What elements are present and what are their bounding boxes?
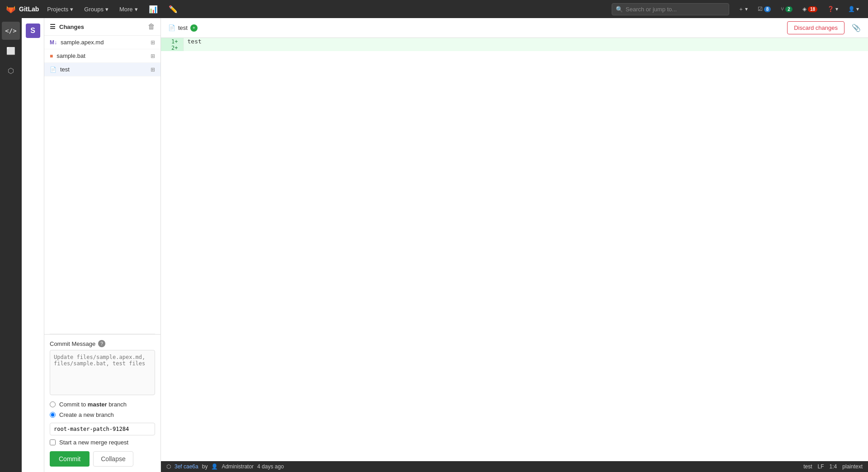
main-content: 📄 test + Discard changes 📎 1+ test 2+ — [161, 18, 868, 472]
issues-sidebar-icon: ⬜ — [6, 47, 15, 55]
author-avatar-icon: 👤 — [211, 463, 218, 470]
time-ago: 4 days ago — [257, 463, 284, 470]
apex-action-icon: ⊞ — [151, 39, 155, 46]
bat-filename: sample.bat — [57, 52, 85, 59]
changes-header: ☰ Changes 🗑 — [44, 18, 160, 36]
project-avatar[interactable]: S — [26, 24, 40, 38]
by-label: by — [202, 463, 208, 470]
status-mode: plaintext — [842, 463, 863, 470]
repository-icon: </> — [5, 27, 16, 34]
todos-icon: ☑ — [758, 6, 763, 12]
line-number-1: 1+ — [161, 38, 184, 45]
sidebar-item-issues[interactable]: ⬜ — [2, 42, 20, 60]
change-item-bat[interactable]: ■ sample.bat ⊞ — [44, 49, 160, 63]
status-bar: ⬡ 3ef cae6a by 👤 Administrator 4 days ag… — [161, 461, 868, 472]
file-tab: 📄 test + — [168, 24, 198, 32]
attach-icon[interactable]: 📎 — [852, 24, 861, 32]
editor-line-1: 1+ test — [161, 38, 868, 45]
create-new-branch-option[interactable]: Create a new branch — [50, 411, 155, 418]
changes-panel: ☰ Changes 🗑 M↓ sample.apex.md ⊞ ■ sample… — [44, 18, 161, 472]
delete-changes-btn[interactable]: 🗑 — [148, 23, 155, 31]
search-bar: 🔍 — [612, 3, 729, 15]
collapse-button[interactable]: Collapse — [93, 451, 133, 467]
help-btn[interactable]: ❓ ▾ — [824, 4, 842, 14]
user-menu-btn[interactable]: 👤 ▾ — [844, 4, 863, 14]
changes-list: M↓ sample.apex.md ⊞ ■ sample.bat ⊞ 📄 tes… — [44, 36, 160, 185]
icon-sidebar: </> ⬜ ⬡ — [0, 18, 22, 472]
merge-requests-btn[interactable]: ⑂ 2 — [777, 4, 796, 14]
commit-message-textarea[interactable] — [50, 350, 155, 395]
analytics-icon-btn[interactable]: 📊 — [144, 3, 162, 15]
merge-requests-icon: ⑂ — [781, 6, 784, 12]
nav-icon-group: ＋ ▾ ☑ 8 ⑂ 2 ◈ 18 ❓ ▾ 👤 ▾ — [735, 4, 863, 15]
change-item-apex[interactable]: M↓ sample.apex.md ⊞ — [44, 36, 160, 49]
editor-line-2: 2+ — [161, 45, 868, 51]
issues-icon: ◈ — [802, 6, 807, 12]
status-filename: test — [803, 463, 812, 470]
sidebar-item-commits[interactable]: ⬡ — [2, 61, 20, 80]
file-header: 📄 test + Discard changes 📎 — [161, 18, 868, 38]
status-position: 1:4 — [830, 463, 837, 470]
hamburger-icon: ☰ — [50, 23, 56, 30]
commit-section: Commit Message ? Commit to master branch… — [44, 334, 160, 472]
todos-btn[interactable]: ☑ 8 — [754, 4, 775, 14]
status-left: ⬡ 3ef cae6a by 👤 Administrator 4 days ag… — [166, 463, 284, 470]
start-merge-request-checkbox[interactable] — [50, 439, 56, 445]
editor-table: 1+ test 2+ — [161, 38, 868, 51]
new-item-btn[interactable]: ＋ ▾ — [735, 4, 751, 15]
bat-action-icon: ⊞ — [151, 53, 155, 59]
bat-file-icon: ■ — [50, 53, 53, 59]
todos-badge: 8 — [764, 6, 771, 12]
commit-to-master-option[interactable]: Commit to master branch — [50, 401, 155, 408]
main-layout: </> ⬜ ⬡ S ☰ Changes 🗑 M↓ sample.apex.m — [0, 18, 868, 472]
apex-file-icon: M↓ — [50, 39, 57, 46]
more-nav-btn[interactable]: More ▾ — [115, 4, 142, 14]
status-right: test LF 1:4 plaintext — [803, 463, 863, 470]
line-content-1: test — [184, 38, 868, 45]
file-tab-icon: 📄 — [168, 24, 175, 31]
file-tab-close[interactable]: + — [190, 24, 198, 32]
changes-spacer — [44, 185, 160, 334]
apex-filename: sample.apex.md — [61, 39, 104, 46]
status-encoding: LF — [818, 463, 824, 470]
new-branch-input[interactable] — [50, 423, 155, 435]
commit-to-master-radio[interactable] — [50, 401, 56, 407]
user-avatar-icon: 👤 — [848, 6, 855, 12]
issues-btn[interactable]: ◈ 18 — [799, 4, 821, 14]
merge-requests-badge: 2 — [785, 6, 793, 12]
gitlab-logo[interactable]: GitLab — [5, 4, 39, 14]
commit-button[interactable]: Commit — [50, 451, 90, 467]
commits-icon: ⬡ — [8, 66, 14, 75]
test-file-icon: 📄 — [50, 66, 57, 73]
author-name: Administrator — [222, 463, 254, 470]
sidebar-item-repository[interactable]: </> — [2, 22, 20, 40]
commit-help-icon[interactable]: ? — [98, 340, 105, 347]
search-icon: 🔍 — [616, 6, 623, 13]
test-filename: test — [60, 66, 70, 73]
groups-nav-btn[interactable]: Groups ▾ — [80, 4, 113, 14]
activity-icon-btn[interactable]: ✏️ — [164, 3, 182, 15]
line-number-2: 2+ — [161, 45, 184, 51]
commit-icon: ⬡ — [166, 463, 171, 470]
change-item-test[interactable]: 📄 test ⊞ — [44, 63, 160, 76]
issues-badge: 18 — [808, 6, 817, 12]
projects-nav-btn[interactable]: Projects ▾ — [42, 4, 78, 14]
editor-area[interactable]: 1+ test 2+ — [161, 38, 868, 461]
commit-message-label: Commit Message ? — [50, 340, 155, 347]
file-tab-name: test — [178, 24, 188, 31]
commit-hash-link[interactable]: 3ef cae6a — [175, 463, 198, 470]
search-input[interactable] — [626, 4, 725, 15]
discard-changes-btn[interactable]: Discard changes — [787, 21, 844, 34]
changes-title: Changes — [59, 24, 84, 30]
gitlab-name: GitLab — [19, 5, 39, 13]
create-new-branch-radio[interactable] — [50, 412, 56, 418]
test-action-icon: ⊞ — [151, 66, 155, 73]
top-nav: GitLab Projects ▾ Groups ▾ More ▾ 📊 ✏️ 🔍… — [0, 0, 868, 18]
start-merge-request-option[interactable]: Start a new merge request — [50, 439, 155, 446]
commit-options: Commit to master branch Create a new bra… — [50, 401, 155, 446]
commit-buttons: Commit Collapse — [50, 451, 155, 467]
line-content-2 — [184, 45, 868, 51]
project-strip: S — [22, 18, 44, 472]
